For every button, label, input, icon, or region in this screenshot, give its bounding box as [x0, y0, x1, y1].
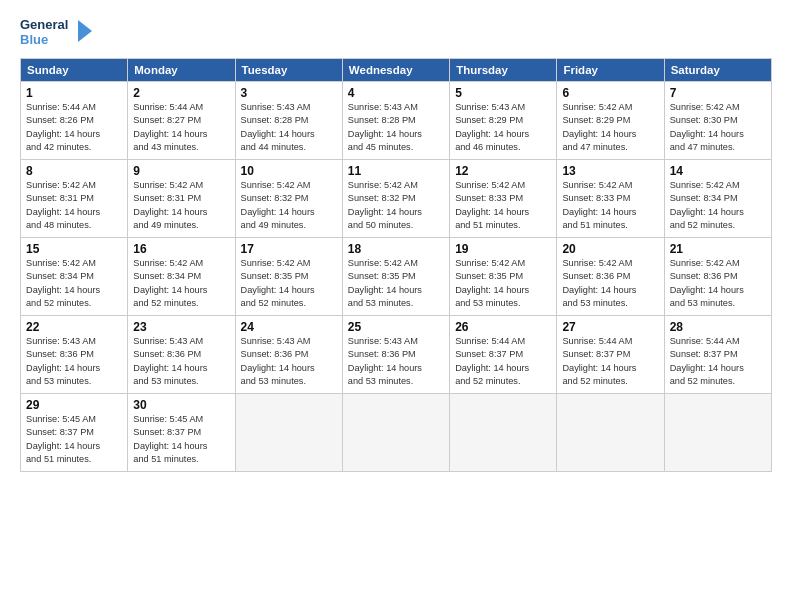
day-info-line: Daylight: 14 hours — [241, 285, 315, 295]
day-info: Sunrise: 5:43 AMSunset: 8:28 PMDaylight:… — [348, 101, 444, 154]
day-info-line: Daylight: 14 hours — [455, 207, 529, 217]
day-info-line: Sunset: 8:37 PM — [26, 427, 94, 437]
day-info-line: and 53 minutes. — [348, 298, 413, 308]
day-info-line: and 52 minutes. — [455, 376, 520, 386]
logo: General Blue — [20, 18, 94, 48]
day-number: 11 — [348, 164, 444, 178]
day-info-line: Daylight: 14 hours — [348, 285, 422, 295]
day-info: Sunrise: 5:43 AMSunset: 8:36 PMDaylight:… — [241, 335, 337, 388]
day-info-line: Daylight: 14 hours — [562, 285, 636, 295]
calendar-cell — [557, 393, 664, 471]
day-info-line: Daylight: 14 hours — [133, 441, 207, 451]
calendar-day-header: Monday — [128, 58, 235, 81]
day-info-line: Sunset: 8:33 PM — [455, 193, 523, 203]
day-info-line: Sunrise: 5:45 AM — [133, 414, 203, 424]
day-info-line: Daylight: 14 hours — [26, 363, 100, 373]
day-info-line: Sunset: 8:29 PM — [562, 115, 630, 125]
day-info-line: Sunrise: 5:43 AM — [26, 336, 96, 346]
day-info-line: Daylight: 14 hours — [133, 207, 207, 217]
day-info-line: Daylight: 14 hours — [670, 207, 744, 217]
day-number: 22 — [26, 320, 122, 334]
day-info-line: Sunrise: 5:42 AM — [348, 180, 418, 190]
calendar-cell — [342, 393, 449, 471]
day-number: 18 — [348, 242, 444, 256]
day-info-line: Sunrise: 5:44 AM — [562, 336, 632, 346]
day-info-line: Sunset: 8:33 PM — [562, 193, 630, 203]
day-info-line: Daylight: 14 hours — [26, 441, 100, 451]
calendar-cell: 15Sunrise: 5:42 AMSunset: 8:34 PMDayligh… — [21, 237, 128, 315]
svg-marker-0 — [78, 20, 92, 42]
day-info-line: Sunset: 8:26 PM — [26, 115, 94, 125]
day-info-line: Sunset: 8:36 PM — [562, 271, 630, 281]
day-info-line: and 52 minutes. — [241, 298, 306, 308]
day-info-line: Sunrise: 5:44 AM — [670, 336, 740, 346]
calendar-day-header: Sunday — [21, 58, 128, 81]
day-info-line: Sunrise: 5:42 AM — [670, 180, 740, 190]
day-info-line: and 53 minutes. — [133, 376, 198, 386]
calendar-cell: 18Sunrise: 5:42 AMSunset: 8:35 PMDayligh… — [342, 237, 449, 315]
day-info-line: Sunrise: 5:42 AM — [133, 180, 203, 190]
day-info-line: and 51 minutes. — [133, 454, 198, 464]
day-info-line: Sunset: 8:32 PM — [348, 193, 416, 203]
day-info: Sunrise: 5:42 AMSunset: 8:33 PMDaylight:… — [562, 179, 658, 232]
day-info: Sunrise: 5:44 AMSunset: 8:26 PMDaylight:… — [26, 101, 122, 154]
calendar-cell — [235, 393, 342, 471]
day-number: 28 — [670, 320, 766, 334]
day-number: 30 — [133, 398, 229, 412]
day-info-line: and 49 minutes. — [133, 220, 198, 230]
day-info: Sunrise: 5:44 AMSunset: 8:27 PMDaylight:… — [133, 101, 229, 154]
day-info: Sunrise: 5:42 AMSunset: 8:34 PMDaylight:… — [26, 257, 122, 310]
day-info: Sunrise: 5:42 AMSunset: 8:36 PMDaylight:… — [670, 257, 766, 310]
day-info-line: Sunrise: 5:43 AM — [133, 336, 203, 346]
day-number: 27 — [562, 320, 658, 334]
day-info-line: and 53 minutes. — [670, 298, 735, 308]
day-number: 24 — [241, 320, 337, 334]
day-info-line: Daylight: 14 hours — [670, 363, 744, 373]
day-number: 8 — [26, 164, 122, 178]
day-info-line: Sunset: 8:35 PM — [241, 271, 309, 281]
calendar-day-header: Tuesday — [235, 58, 342, 81]
calendar-cell: 7Sunrise: 5:42 AMSunset: 8:30 PMDaylight… — [664, 81, 771, 159]
day-info-line: Sunset: 8:36 PM — [241, 349, 309, 359]
day-info-line: Daylight: 14 hours — [133, 363, 207, 373]
day-info-line: Sunrise: 5:42 AM — [455, 258, 525, 268]
day-number: 23 — [133, 320, 229, 334]
day-info-line: Daylight: 14 hours — [348, 129, 422, 139]
day-info-line: Sunset: 8:31 PM — [26, 193, 94, 203]
day-number: 13 — [562, 164, 658, 178]
day-info-line: Sunset: 8:35 PM — [455, 271, 523, 281]
day-info-line: Sunset: 8:36 PM — [670, 271, 738, 281]
day-info: Sunrise: 5:43 AMSunset: 8:36 PMDaylight:… — [348, 335, 444, 388]
day-number: 7 — [670, 86, 766, 100]
day-info-line: Sunset: 8:36 PM — [348, 349, 416, 359]
day-info-line: and 53 minutes. — [241, 376, 306, 386]
day-info-line: Sunset: 8:34 PM — [133, 271, 201, 281]
day-info-line: Sunset: 8:37 PM — [133, 427, 201, 437]
day-info-line: and 46 minutes. — [455, 142, 520, 152]
day-info: Sunrise: 5:42 AMSunset: 8:29 PMDaylight:… — [562, 101, 658, 154]
day-info: Sunrise: 5:42 AMSunset: 8:35 PMDaylight:… — [348, 257, 444, 310]
day-info: Sunrise: 5:42 AMSunset: 8:31 PMDaylight:… — [26, 179, 122, 232]
logo-arrow-icon — [74, 18, 94, 44]
day-info-line: Daylight: 14 hours — [348, 363, 422, 373]
calendar-cell: 20Sunrise: 5:42 AMSunset: 8:36 PMDayligh… — [557, 237, 664, 315]
day-number: 19 — [455, 242, 551, 256]
day-info: Sunrise: 5:42 AMSunset: 8:35 PMDaylight:… — [455, 257, 551, 310]
day-info-line: Sunrise: 5:44 AM — [133, 102, 203, 112]
calendar-cell: 19Sunrise: 5:42 AMSunset: 8:35 PMDayligh… — [450, 237, 557, 315]
day-info-line: Sunrise: 5:43 AM — [455, 102, 525, 112]
day-info-line: and 52 minutes. — [670, 220, 735, 230]
day-number: 9 — [133, 164, 229, 178]
day-info: Sunrise: 5:44 AMSunset: 8:37 PMDaylight:… — [455, 335, 551, 388]
calendar-cell: 4Sunrise: 5:43 AMSunset: 8:28 PMDaylight… — [342, 81, 449, 159]
day-number: 25 — [348, 320, 444, 334]
day-info-line: Sunrise: 5:43 AM — [348, 102, 418, 112]
calendar-cell: 6Sunrise: 5:42 AMSunset: 8:29 PMDaylight… — [557, 81, 664, 159]
day-info-line: Sunrise: 5:42 AM — [455, 180, 525, 190]
day-info-line: Sunset: 8:28 PM — [241, 115, 309, 125]
day-info-line: Daylight: 14 hours — [562, 129, 636, 139]
day-info-line: Sunset: 8:31 PM — [133, 193, 201, 203]
day-info-line: Sunrise: 5:42 AM — [348, 258, 418, 268]
calendar-cell: 14Sunrise: 5:42 AMSunset: 8:34 PMDayligh… — [664, 159, 771, 237]
day-info-line: Daylight: 14 hours — [26, 129, 100, 139]
